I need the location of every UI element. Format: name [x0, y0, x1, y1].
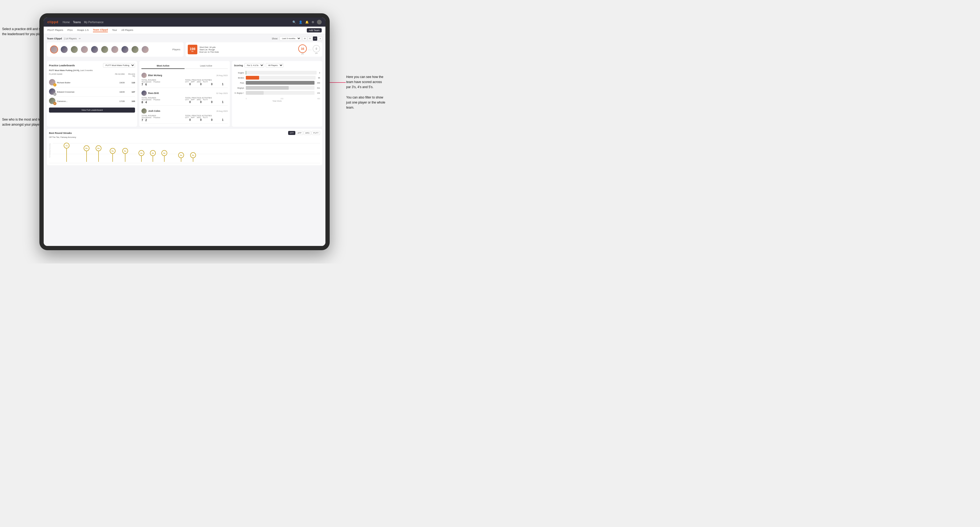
subnav-pgat[interactable]: PGAT Players [48, 29, 63, 32]
streaks-btn-putt[interactable]: PUTT [312, 131, 320, 135]
scoring-filter-par[interactable]: Par 3, 4 & 5s Par 3s Par 4s Par 5s [245, 63, 264, 68]
player-avatar-2[interactable] [60, 46, 68, 54]
player-avatar-9[interactable] [131, 46, 139, 54]
bar-fill-bogeys [246, 86, 289, 90]
lb-rank-avatar-1: 1 [49, 79, 56, 86]
tab-most-active[interactable]: Most Active [142, 63, 185, 69]
player-avatar-4[interactable] [80, 46, 88, 54]
view-leaderboard-button[interactable]: View Full Leaderboard [49, 108, 135, 113]
tab-least-active[interactable]: Least Active [185, 63, 228, 69]
streaks-buttons: OTT APP ARG PUTT [288, 131, 320, 135]
pac-activities-blair: Total Practice Activities OTTAPPARGPUTT … [185, 79, 228, 86]
edit-icon[interactable]: ✏ [79, 37, 81, 40]
bar-row-eagles: Eagles 3 [234, 71, 320, 75]
subnav-teamclippd[interactable]: Team Clippd [93, 28, 108, 32]
shot-circles: 16 yds — 0 yds [298, 44, 320, 55]
lb-badge-silver: 2 [53, 93, 56, 96]
show-control: Show: Last 3 months Last month Last year… [272, 36, 322, 41]
lb-col-avg: PB AVG SQ [126, 73, 135, 77]
shot-info: Shot Dist: 16 yds Start Lie: Rough End L… [199, 46, 296, 53]
streaks-section: Best Round Streaks OTT APP ARG PUTT Off … [47, 129, 322, 165]
scoring-filter-player[interactable]: All Players [266, 63, 283, 68]
grid2-icon[interactable]: ⊟ [308, 37, 312, 41]
nav-links: Home Teams My Performance [62, 21, 288, 24]
lb-player-name-2: Edward Crossman [57, 91, 113, 93]
player-avatar-3[interactable] [70, 46, 78, 54]
active-panel: Most Active Least Active Blair McHarg 26… [139, 61, 229, 127]
bar-label-eagles: Eagles [234, 71, 244, 74]
pac-activities-josh: Total Practice Activities OTTAPPARGPUTT … [185, 115, 228, 122]
subnav-allplayers[interactable]: All Players [121, 29, 133, 32]
nav-logo: clippd [48, 20, 58, 24]
pac-rounds-blair: Total Rounds TournamentPractice 7 [142, 79, 184, 86]
streak-circle-2: 6x [84, 145, 89, 151]
chart-axis: 0200400 [234, 98, 320, 100]
content-area: Team Clippd | 14 Players ✏ Show: Last 3 … [44, 34, 325, 246]
player-avatar-6[interactable] [101, 46, 109, 54]
list-icon[interactable]: ≡ [313, 37, 317, 41]
streak-pin-8: 4x [161, 150, 167, 162]
lb-title: Practice Leaderboards [49, 64, 75, 67]
streak-line-1 [66, 149, 67, 162]
player-avatar-8[interactable] [121, 46, 129, 54]
player-avatar-1[interactable] [50, 46, 58, 54]
subnav-pga[interactable]: PGA [67, 29, 73, 32]
shot-dist: Shot Dist: 16 yds [199, 46, 296, 48]
bar-track-eagles [246, 71, 317, 75]
subnav-tour[interactable]: Tour [112, 29, 117, 32]
pac-activities-nums-blair: 0 0 0 1 [185, 83, 228, 86]
scoring-title: Scoring [234, 64, 243, 67]
pac-avatar-josh [142, 108, 147, 114]
nav-link-teams[interactable]: Teams [73, 21, 81, 24]
streaks-btn-app[interactable]: APP [296, 131, 303, 135]
show-select[interactable]: Last 3 months Last month Last year [280, 36, 301, 41]
settings-icon[interactable]: ⚙ [312, 21, 314, 24]
streak-pin-10: 3x [190, 152, 196, 162]
lb-col-player: PLAYER NAME [49, 73, 113, 77]
grid-icon[interactable]: ⊞ [303, 37, 307, 41]
team-header: Team Clippd | 14 Players ✏ Show: Last 3 … [47, 36, 322, 41]
streak-line-9 [181, 158, 181, 162]
bar-value-bogeys: 311 [317, 87, 320, 89]
player-avatar-10[interactable] [141, 46, 149, 54]
pac-rounds-josh: Total Rounds TournamentPractice 7 2 [142, 115, 184, 122]
activity-card-rees: Rees Britt 02 Sep 2023 Total Rounds Tour… [142, 89, 228, 106]
bar-track-pars [246, 81, 315, 85]
streak-pin-2: 6x [84, 145, 89, 162]
lb-score-1: 19/20 [114, 81, 125, 84]
lb-panel-header: Practice Leaderboards PUTT Must Make Put… [49, 63, 135, 68]
player-avatar-7[interactable] [111, 46, 119, 54]
streaks-btn-arg[interactable]: ARG [304, 131, 311, 135]
bar-row-pars: Pars 499 [234, 81, 320, 85]
streaks-chart: % Fairway Accuracy 7x 6x [49, 141, 320, 163]
pac-header-josh: Josh Coles 26 Aug 2023 [142, 108, 228, 114]
subnav-hcaps[interactable]: Hcaps 1-5 [77, 29, 88, 32]
shot-circle-small: 0 [313, 45, 320, 52]
avatar[interactable] [317, 20, 322, 24]
filter-icon[interactable]: ⊿ [318, 37, 322, 41]
streaks-subtitle: Off The Tee, Fairway Accuracy [49, 136, 320, 138]
streak-line-8 [164, 156, 165, 162]
bell-icon[interactable]: 🔔 [305, 21, 309, 24]
bar-label-pars: Pars [234, 82, 244, 84]
add-team-button[interactable]: Add Team [307, 28, 322, 32]
player-avatar-5[interactable] [91, 46, 99, 54]
bar-chart: Eagles 3 Birdies [234, 70, 320, 97]
tablet-frame: clippd Home Teams My Performance 🔍 👤 🔔 ⚙… [40, 13, 330, 250]
shot-badge-label: SC [191, 51, 194, 52]
pac-player-blair: Blair McHarg [142, 73, 162, 78]
person-icon[interactable]: 👤 [299, 21, 302, 24]
nav-link-home[interactable]: Home [62, 21, 70, 24]
lb-drill-select[interactable]: PUTT Must Make Putting [103, 63, 135, 68]
streak-circle-8: 4x [161, 150, 167, 156]
nav-link-myperformance[interactable]: My Performance [84, 21, 103, 24]
bar-fill-pars [246, 81, 315, 85]
chart-xlabel: Total Shots [234, 100, 320, 102]
pac-rounds-rees: Total Rounds TournamentPractice 8 4 [142, 97, 184, 104]
search-icon[interactable]: 🔍 [293, 21, 296, 24]
pac-stats-josh: Total Rounds TournamentPractice 7 2 [142, 115, 228, 122]
streak-circle-7: 4x [150, 150, 156, 156]
streaks-btn-ott[interactable]: OTT [288, 131, 295, 135]
pac-name-rees: Rees Britt [148, 92, 159, 94]
streak-pin-1: 7x [64, 143, 70, 162]
